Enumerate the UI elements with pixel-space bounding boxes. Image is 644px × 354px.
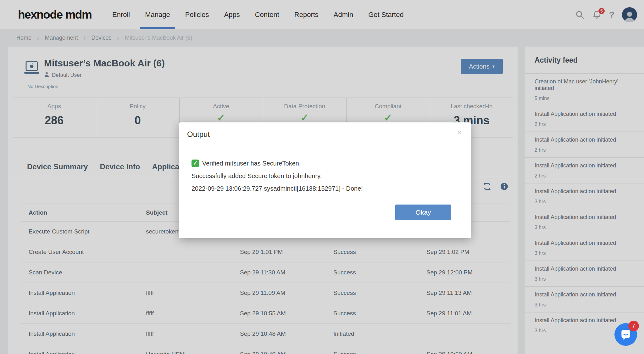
modal-line-text: 2022-09-29 13:06:29.727 sysadminctl[1613… xyxy=(192,182,363,195)
modal-line-text: Verified mitsuser has SecureToken. xyxy=(202,157,301,170)
okay-button[interactable]: Okay xyxy=(395,205,451,220)
modal-title: Output xyxy=(187,130,210,139)
modal-output-line: Successfully added SecureToken to johnhe… xyxy=(192,170,461,182)
close-icon[interactable]: × xyxy=(457,128,462,137)
hexnode-mdm-app: hexnode mdm EnrollManagePoliciesAppsCont… xyxy=(0,0,644,354)
modal-body: ✓Verified mitsuser has SecureToken.Succe… xyxy=(179,146,471,195)
modal-header: Output × xyxy=(179,122,471,146)
chat-unread-badge: 7 xyxy=(628,321,639,331)
modal-output-line: ✓Verified mitsuser has SecureToken. xyxy=(192,157,461,170)
modal-output-line: 2022-09-29 13:06:29.727 sysadminctl[1613… xyxy=(192,182,461,195)
check-emoji-icon: ✓ xyxy=(192,160,199,167)
chat-widget-button[interactable]: 7 xyxy=(614,323,637,346)
modal-line-text: Successfully added SecureToken to johnhe… xyxy=(192,170,322,182)
output-modal: Output × ✓Verified mitsuser has SecureTo… xyxy=(179,122,471,238)
